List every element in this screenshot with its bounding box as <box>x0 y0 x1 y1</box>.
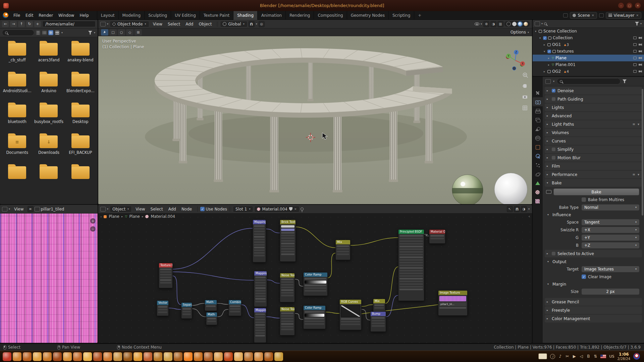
keyboard-layout[interactable]: US <box>609 354 614 359</box>
taskbar-app-25[interactable] <box>244 352 253 361</box>
shader-node-material-output[interactable]: Material Output <box>429 229 445 244</box>
us-flag-icon[interactable] <box>600 355 606 358</box>
taskbar-app-5[interactable] <box>43 352 52 361</box>
folder-item-anakey-blend[interactable]: anakey-blend <box>65 41 96 71</box>
restrict-render-icon[interactable] <box>639 37 642 39</box>
folder-item-documents[interactable]: ≡Documents <box>1 133 33 164</box>
editor-type-icon[interactable] <box>100 207 106 212</box>
shader-node-combine-xyz[interactable]: Combine XYZ <box>228 300 241 316</box>
simplify-checkbox[interactable] <box>552 147 555 151</box>
selected-to-active-header[interactable]: ▸ Selected to Active <box>545 250 642 257</box>
shader-node-math[interactable]: Math <box>205 300 217 311</box>
outliner-row-collection[interactable]: ▾Collection <box>533 35 644 41</box>
select-tool-button[interactable] <box>101 29 108 36</box>
shader-node-vector-math[interactable]: Vector Math <box>157 300 169 316</box>
shader-node-mapping[interactable]: Mapping <box>254 271 267 307</box>
view-columns-button[interactable] <box>42 30 47 35</box>
taskbar-app-17[interactable] <box>164 352 172 361</box>
add-workspace-button[interactable]: + <box>414 11 425 20</box>
menu-edit[interactable]: Edit <box>23 11 36 20</box>
zoom-in-overlay-button[interactable]: + <box>90 218 96 224</box>
outliner-row-og1[interactable]: ▸OG1▲3 <box>533 41 644 48</box>
workspace-tab-rendering[interactable]: Rendering <box>285 11 314 20</box>
folder-item-acers3fand[interactable]: acers3fand <box>33 41 64 71</box>
panel-volumes[interactable]: ▸Volumes <box>545 129 642 136</box>
path-field[interactable]: /home/amalie/ <box>42 21 96 27</box>
folder-item-partial-12[interactable] <box>1 164 33 195</box>
properties-tab-physics[interactable] <box>533 170 543 179</box>
parent-node-tree-icon[interactable]: ↖ <box>507 206 513 212</box>
properties-tab-scene[interactable] <box>533 124 543 133</box>
editor-type-icon[interactable] <box>100 22 106 26</box>
taskbar-app-24[interactable] <box>234 352 243 361</box>
overlays-toggle-icon[interactable]: ◑ <box>490 21 496 27</box>
tray-preview-swatch[interactable] <box>538 353 547 359</box>
tray-icon-7[interactable]: ⇅ <box>593 354 597 359</box>
taskbar-app-12[interactable] <box>113 352 122 361</box>
taskbar-app-22[interactable] <box>214 352 223 361</box>
material-selector[interactable]: Material.004 ✕ <box>254 206 299 213</box>
properties-tab-render[interactable] <box>533 97 543 106</box>
unlink-material-icon[interactable]: ✕ <box>294 207 297 211</box>
panel-simplify[interactable]: ▸Simplify <box>545 145 642 153</box>
outliner-row-plane-001[interactable]: ▸▽Plane.001 <box>533 61 644 68</box>
maximize-button[interactable]: ▢ <box>627 3 632 8</box>
folder-item-partial-14[interactable] <box>65 164 96 195</box>
workspace-tab-compositing[interactable]: Compositing <box>314 11 346 20</box>
viewport-menu-select[interactable]: Select <box>165 20 183 28</box>
use-nodes-checkbox[interactable] <box>200 207 205 211</box>
collection-checkbox[interactable] <box>547 50 551 53</box>
workspace-tab-scripting[interactable]: Scripting <box>388 11 414 20</box>
folder-item-arduino[interactable]: Arduino <box>33 71 64 102</box>
bake-from-multires-checkbox[interactable] <box>582 197 586 202</box>
bake-type-dropdown[interactable]: Normal <box>582 204 639 210</box>
viewport-menu-add[interactable]: Add <box>183 20 196 28</box>
shader-node-noise-texture[interactable]: Noise Texture <box>280 307 295 336</box>
taskbar-app-27[interactable] <box>264 352 273 361</box>
folder-item-androidstudi[interactable]: AndroidStudi... <box>1 71 33 102</box>
wireframe-shading-icon[interactable] <box>506 22 511 26</box>
collection-checkbox[interactable] <box>543 36 547 40</box>
bake-button[interactable]: Bake <box>553 188 639 195</box>
file-search-input[interactable] <box>2 29 34 36</box>
scene-unlink-icon[interactable]: ✕ <box>592 14 594 17</box>
denoise-checkbox[interactable] <box>552 89 555 93</box>
folder-item-downloads[interactable]: ↓Downloads <box>33 133 64 164</box>
output-subpanel-header[interactable]: ▾Output <box>543 258 644 265</box>
workspace-tab-texture-paint[interactable]: Texture Paint <box>200 11 233 20</box>
image-editor[interactable]: ▾ View ≡ pillar1_tiled + − <box>0 205 98 343</box>
node-canvas[interactable]: MappingBrick TextureMixPrincipled BSDFMa… <box>98 214 532 343</box>
restrict-viewport-icon[interactable] <box>633 70 637 73</box>
shader-node-noise-texture[interactable]: Noise Texture <box>280 273 295 302</box>
close-button[interactable]: ✕ <box>635 3 641 8</box>
restrict-render-icon[interactable] <box>639 50 642 53</box>
shader-node-mapping[interactable]: Mapping <box>254 308 266 343</box>
presets-icon[interactable]: ≡ ▾ <box>632 122 640 126</box>
viewlayer-unlink-icon[interactable]: ✕ <box>636 14 639 17</box>
visibility-icon[interactable] <box>475 22 479 25</box>
restrict-render-icon[interactable] <box>639 70 642 73</box>
outliner-search-icon[interactable] <box>544 22 547 25</box>
select-circle-tool-button[interactable]: ○ <box>118 29 125 36</box>
taskbar-app-14[interactable] <box>133 352 142 361</box>
swizzle-r-dropdown[interactable]: +X <box>582 227 639 233</box>
view-list-button[interactable] <box>36 30 41 35</box>
margin-subpanel-header[interactable]: ▾Margin <box>543 281 644 288</box>
taskbar-app-15[interactable] <box>144 352 152 361</box>
margin-size-field[interactable]: 2 px <box>582 289 639 295</box>
shader-menu-node[interactable]: Node <box>179 205 195 214</box>
workspace-tab-shading[interactable]: Shading <box>233 11 257 20</box>
viewlayer-selector[interactable]: ViewLayer ✕ <box>606 12 641 19</box>
panel-motion-blur[interactable]: ▸Motion Blur <box>545 154 642 162</box>
restrict-render-icon[interactable] <box>639 57 642 59</box>
folder-item-busybox-rootfs[interactable]: busybox_rootfs <box>33 102 64 133</box>
taskbar-app-1[interactable] <box>3 352 11 361</box>
material-preview-sphere[interactable] <box>494 173 527 204</box>
xray-toggle-icon[interactable]: ▥ <box>497 21 503 27</box>
expand-arrow-icon[interactable]: ▾ <box>538 37 542 40</box>
up-button[interactable]: ↑ <box>18 21 25 27</box>
snap-settings-chevron-icon[interactable]: ▾ <box>256 22 258 25</box>
texture-image[interactable] <box>0 214 98 343</box>
back-button[interactable]: ← <box>2 21 9 27</box>
scene-browse-icon[interactable] <box>563 13 568 17</box>
